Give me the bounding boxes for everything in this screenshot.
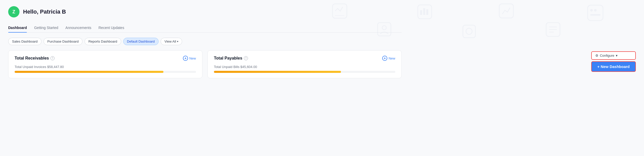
receivables-unpaid-label: Total Unpaid Invoices $58,447.80 xyxy=(15,65,196,69)
tab-getting-started[interactable]: Getting Started xyxy=(34,24,58,32)
configure-chevron-icon: ▾ xyxy=(616,54,618,57)
card-receivables-header: Total Receivables ? + New xyxy=(15,56,196,61)
payables-progress-track xyxy=(214,71,395,73)
svg-rect-4 xyxy=(546,23,560,36)
plus-circle-icon-2: + xyxy=(382,56,387,61)
svg-point-2 xyxy=(594,9,597,12)
plus-circle-icon: + xyxy=(183,56,188,61)
payables-info-icon[interactable]: ? xyxy=(244,56,248,60)
svg-rect-12 xyxy=(420,10,422,15)
filter-tab-reports[interactable]: Reports Dashboard xyxy=(85,38,121,45)
card-title-row: Total Receivables ? xyxy=(15,56,55,61)
receivables-new-button[interactable]: + New xyxy=(183,56,196,61)
svg-point-1 xyxy=(590,9,593,12)
tab-dashboard[interactable]: Dashboard xyxy=(8,24,27,32)
svg-rect-11 xyxy=(418,5,432,19)
filter-tab-row: Sales Dashboard Purchase Dashboard Repor… xyxy=(8,38,402,45)
tab-announcements[interactable]: Announcements xyxy=(65,24,91,32)
chevron-down-icon: ▾ xyxy=(177,40,178,43)
payables-new-button[interactable]: + New xyxy=(382,56,395,61)
gear-icon: ⚙ xyxy=(595,54,598,57)
svg-rect-14 xyxy=(426,9,428,15)
card-payables: Total Payables ? + New Total Unpaid Bill… xyxy=(207,50,402,78)
svg-rect-13 xyxy=(423,8,425,15)
filter-tab-sales[interactable]: Sales Dashboard xyxy=(8,38,41,45)
avatar: Z xyxy=(8,6,19,17)
card-receivables: Total Receivables ? + New Total Unpaid I… xyxy=(8,50,202,78)
receivables-progress-track xyxy=(15,71,196,73)
greeting-text: Hello, Patricia B xyxy=(23,8,66,15)
filter-tab-default[interactable]: Default Dashboard xyxy=(123,38,159,45)
svg-rect-3 xyxy=(590,14,600,16)
svg-rect-8 xyxy=(499,4,513,18)
card-payables-title-row: Total Payables ? xyxy=(214,56,248,61)
page-header: Z Hello, Patricia B xyxy=(8,6,402,17)
configure-button[interactable]: ⚙ Configure ▾ xyxy=(591,51,636,60)
top-right-actions: ⚙ Configure ▾ + New Dashboard xyxy=(591,51,636,72)
svg-point-10 xyxy=(466,28,472,34)
receivables-info-icon[interactable]: ? xyxy=(50,56,55,60)
payables-progress-fill xyxy=(214,71,341,73)
receivables-progress-fill xyxy=(15,71,163,73)
card-payables-title: Total Payables xyxy=(214,56,242,61)
nav-tabs: Dashboard Getting Started Announcements … xyxy=(8,24,402,33)
card-payables-header: Total Payables ? + New xyxy=(214,56,395,61)
payables-unpaid-label: Total Unpaid Bills $45,604.00 xyxy=(214,65,395,69)
new-dashboard-button[interactable]: + New Dashboard xyxy=(591,61,636,72)
cards-row: Total Receivables ? + New Total Unpaid I… xyxy=(8,50,402,78)
filter-tab-purchase[interactable]: Purchase Dashboard xyxy=(44,38,82,45)
svg-rect-9 xyxy=(463,25,475,38)
card-receivables-title: Total Receivables xyxy=(15,56,49,61)
filter-tab-view-all[interactable]: View All ▾ xyxy=(161,38,182,45)
svg-rect-0 xyxy=(588,5,603,21)
tab-recent-updates[interactable]: Recent Updates xyxy=(98,24,124,32)
